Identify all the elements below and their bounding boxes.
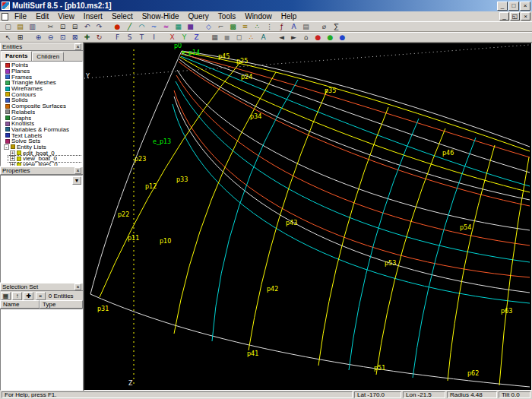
point-label[interactable]: p25 bbox=[236, 59, 248, 65]
undo-button[interactable]: ↶ bbox=[81, 22, 93, 32]
insert-solid-button[interactable]: ■ bbox=[185, 22, 196, 32]
insert-point-button[interactable]: ● bbox=[112, 22, 123, 32]
properties-close-button[interactable]: × bbox=[74, 167, 81, 174]
point-label[interactable]: p43 bbox=[286, 220, 297, 226]
view-side-button[interactable]: S bbox=[124, 33, 135, 43]
cut-button[interactable]: ✂ bbox=[45, 22, 56, 32]
point-label[interactable]: p45 bbox=[218, 54, 230, 60]
point-label[interactable]: p0 bbox=[174, 43, 182, 49]
maximize-button[interactable]: □ bbox=[508, 2, 519, 11]
point-label[interactable]: p62 bbox=[467, 371, 479, 377]
insert-arc-button[interactable]: ◠ bbox=[136, 22, 147, 32]
point-label[interactable]: p22 bbox=[118, 212, 129, 218]
insert-snake-button[interactable]: ≈ bbox=[160, 22, 172, 32]
copy-button[interactable]: ⊡ bbox=[57, 22, 68, 32]
insert-graph-button[interactable]: ∴ bbox=[252, 22, 263, 32]
insert-contour-button[interactable]: ≡ bbox=[239, 22, 251, 32]
tree-expander-icon[interactable]: + bbox=[10, 150, 15, 156]
insert-curve-button[interactable]: ~ bbox=[148, 22, 160, 32]
zoom-window-button[interactable]: ⊡ bbox=[57, 33, 68, 43]
redo-button[interactable]: ↷ bbox=[93, 22, 105, 32]
selection-up-button[interactable]: ↑ bbox=[12, 292, 22, 300]
point-label[interactable]: p12 bbox=[145, 184, 157, 190]
child-restore-button[interactable]: ◱ bbox=[510, 12, 520, 21]
point-label[interactable]: p46 bbox=[442, 150, 454, 157]
zoom-fit-button[interactable]: ⊠ bbox=[69, 33, 81, 43]
entities-close-button[interactable]: × bbox=[74, 43, 81, 50]
point-label[interactable]: p63 bbox=[501, 309, 512, 315]
insert-knotlist-button[interactable]: ⋮ bbox=[264, 22, 275, 32]
prev-view-button[interactable]: ◄ bbox=[276, 33, 287, 43]
point-label[interactable]: p10 bbox=[160, 239, 171, 245]
point-label[interactable]: p11 bbox=[128, 236, 139, 242]
separator[interactable] bbox=[312, 22, 318, 32]
save-file-button[interactable]: ▥ bbox=[27, 22, 38, 32]
point-label[interactable]: p23 bbox=[135, 157, 146, 163]
separator[interactable] bbox=[27, 33, 32, 43]
separator[interactable] bbox=[106, 33, 111, 43]
display-wireframe-button[interactable]: ▦ bbox=[209, 33, 220, 43]
selection-delete-button[interactable]: × bbox=[36, 292, 46, 300]
select-pointer-button[interactable]: ↖ bbox=[2, 33, 14, 43]
insert-line-button[interactable]: ╱ bbox=[124, 22, 135, 32]
point-label[interactable]: p35 bbox=[325, 88, 336, 94]
select-window-button[interactable]: ⊞ bbox=[14, 33, 26, 43]
axis-y-button[interactable]: Y bbox=[179, 33, 190, 43]
document-icon[interactable] bbox=[2, 13, 8, 21]
child-close-button[interactable]: × bbox=[521, 12, 530, 21]
new-file-button[interactable]: ▢ bbox=[2, 22, 14, 32]
green-marker-button[interactable]: ● bbox=[325, 33, 336, 43]
display-shaded-button[interactable]: ◼ bbox=[221, 33, 233, 43]
point-label[interactable]: p53 bbox=[385, 261, 396, 267]
home-view-button[interactable]: ⌂ bbox=[300, 33, 312, 43]
separator[interactable] bbox=[197, 22, 202, 32]
view-iso-button[interactable]: I bbox=[148, 33, 160, 43]
point-label[interactable]: p34 bbox=[250, 114, 261, 120]
properties-filter-button[interactable]: ▼ bbox=[72, 176, 81, 185]
column-header-type[interactable]: Type bbox=[40, 300, 83, 309]
calculator-button[interactable]: ∑ bbox=[331, 22, 342, 32]
tree-expander-icon[interactable]: - bbox=[4, 144, 9, 150]
show-points-button[interactable]: ∴ bbox=[245, 33, 257, 43]
separator[interactable] bbox=[106, 22, 111, 32]
menu-tools[interactable]: Tools bbox=[214, 11, 240, 21]
point-label[interactable]: p54 bbox=[460, 225, 471, 231]
insert-plane-button[interactable]: ◇ bbox=[203, 22, 214, 32]
point-label[interactable]: p42 bbox=[267, 287, 278, 293]
zoom-out-button[interactable]: ⊖ bbox=[45, 33, 56, 43]
point-label[interactable]: e_p13 bbox=[153, 139, 171, 145]
view-top-button[interactable]: T bbox=[136, 33, 147, 43]
menu-view[interactable]: View bbox=[53, 11, 79, 21]
menu-insert[interactable]: Insert bbox=[79, 11, 107, 21]
insert-surface-button[interactable]: ▦ bbox=[173, 22, 184, 32]
point-label[interactable]: p31 bbox=[97, 306, 109, 312]
separator[interactable] bbox=[39, 22, 44, 32]
tree-expander-icon[interactable]: + bbox=[10, 156, 15, 161]
point-label[interactable]: e_p14 bbox=[182, 50, 200, 56]
menu-window[interactable]: Window bbox=[240, 11, 277, 21]
zoom-in-button[interactable]: ⊕ bbox=[33, 33, 44, 43]
selection-list[interactable] bbox=[0, 309, 83, 391]
measure-button[interactable]: ⌀ bbox=[318, 22, 330, 32]
selection-close-button[interactable]: × bbox=[74, 283, 81, 290]
tab-parents[interactable]: Parents bbox=[1, 51, 32, 61]
viewport-3d[interactable]: p0 e_p14 p45 p25 p24 p35 p34 p46 e_p13 bbox=[84, 43, 532, 391]
view-front-button[interactable]: F bbox=[112, 33, 123, 43]
open-file-button[interactable]: ▤ bbox=[14, 22, 26, 32]
axis-z-button[interactable]: Z bbox=[191, 33, 202, 43]
selection-grid-button[interactable]: ▦ bbox=[1, 292, 11, 300]
menu-file[interactable]: File bbox=[10, 11, 31, 21]
separator[interactable] bbox=[203, 33, 208, 43]
selection-add-button[interactable]: ✚ bbox=[24, 292, 33, 300]
close-button[interactable]: × bbox=[520, 2, 530, 11]
pan-button[interactable]: ✚ bbox=[81, 33, 93, 43]
insert-frame-button[interactable]: ⌐ bbox=[215, 22, 226, 32]
insert-formula-button[interactable]: ƒ bbox=[276, 22, 287, 32]
tab-children[interactable]: Children bbox=[32, 52, 64, 61]
menu-query[interactable]: Query bbox=[184, 11, 214, 21]
display-hidden-line-button[interactable]: ◻ bbox=[233, 33, 245, 43]
point-label[interactable]: p24 bbox=[241, 74, 252, 81]
point-label[interactable]: p41 bbox=[247, 351, 258, 357]
menu-select[interactable]: Select bbox=[107, 11, 138, 21]
point-label[interactable]: p33 bbox=[176, 177, 188, 183]
